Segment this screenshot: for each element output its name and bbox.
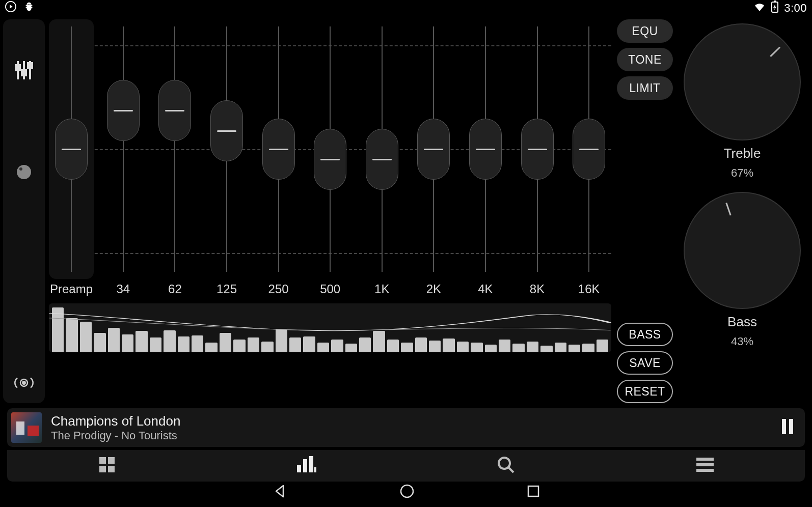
eq-band-16K[interactable]: [566, 19, 611, 279]
eq-band-34[interactable]: [101, 19, 146, 279]
eq-band-label-1K: 1K: [360, 282, 404, 299]
eq-band-62[interactable]: [153, 19, 198, 279]
status-clock: 3:00: [784, 2, 807, 15]
spectrum-bar: [205, 343, 217, 352]
search-icon: [497, 456, 515, 476]
nav-recents-button[interactable]: [527, 485, 540, 500]
album-art: [11, 412, 42, 443]
surround-icon[interactable]: [14, 373, 34, 393]
bass-value: 43%: [731, 335, 753, 348]
svg-rect-6: [22, 70, 26, 75]
bass-label: Bass: [727, 314, 757, 330]
svg-point-10: [19, 167, 22, 171]
android-nav-bar: [0, 477, 812, 507]
eq-band-4K[interactable]: [463, 19, 508, 279]
spectrum-bar: [457, 342, 469, 352]
spectrum-bar: [499, 340, 510, 352]
svg-rect-2: [774, 1, 776, 2]
spectrum-bar: [289, 337, 301, 352]
spectrum-bar: [387, 340, 399, 352]
spectrum-bar: [122, 334, 133, 352]
spectrum-bar: [164, 330, 175, 352]
eq-band-label-125: 125: [204, 282, 249, 299]
spectrum-bar: [178, 336, 190, 352]
nav-home-button[interactable]: [399, 484, 415, 501]
limit-toggle-button[interactable]: LIMIT: [617, 76, 673, 100]
eq-band-62-thumb[interactable]: [158, 80, 191, 141]
eq-band-500-thumb[interactable]: [314, 129, 346, 190]
reset-button[interactable]: RESET: [617, 380, 673, 403]
svg-line-24: [509, 468, 513, 472]
preamp-label: Preamp: [49, 282, 94, 299]
preamp-slider-thumb[interactable]: [55, 119, 88, 180]
spectrum-bar: [233, 340, 245, 352]
svg-rect-14: [789, 419, 793, 434]
eq-band-125[interactable]: [204, 19, 249, 279]
spectrum-bar: [471, 343, 482, 352]
spectrum-bar: [136, 331, 147, 352]
tone-toggle-button[interactable]: TONE: [617, 48, 673, 71]
svg-rect-25: [696, 458, 714, 461]
eq-band-500[interactable]: [308, 19, 353, 279]
save-button[interactable]: SAVE: [617, 351, 673, 375]
svg-point-23: [499, 458, 510, 469]
equalizer-panel: Preamp34621252505001K2K4K8K16K: [49, 19, 611, 403]
spectrum-bar: [485, 345, 497, 352]
volume-knob-icon[interactable]: [14, 162, 34, 182]
eq-band-34-thumb[interactable]: [107, 80, 140, 141]
tone-knob-column: Treble 67% Bass 43%: [679, 19, 806, 403]
track-subtitle: The Prodigy - No Tourists: [51, 429, 180, 442]
eq-sliders-row: [49, 19, 611, 279]
eq-band-250-thumb[interactable]: [262, 119, 295, 180]
menu-tab[interactable]: [606, 450, 805, 482]
spectrum-bar: [108, 328, 120, 352]
svg-rect-27: [696, 469, 714, 472]
spectrum-bar: [540, 346, 552, 352]
eq-band-label-16K: 16K: [566, 282, 611, 299]
preamp-slider[interactable]: [49, 19, 94, 279]
track-title: Champions of London: [51, 413, 180, 429]
eq-band-label-34: 34: [101, 282, 146, 299]
svg-rect-29: [528, 486, 538, 496]
library-tab[interactable]: [7, 450, 207, 482]
spectrum-bar: [150, 337, 161, 352]
equalizer-sliders-icon[interactable]: [14, 60, 34, 80]
battery-charging-icon: [771, 1, 779, 16]
treble-label: Treble: [724, 146, 761, 161]
spectrum-bar: [359, 337, 371, 352]
eq-band-8K[interactable]: [515, 19, 560, 279]
spectrum-bar: [401, 343, 413, 352]
svg-rect-19: [297, 465, 301, 472]
eq-band-250[interactable]: [256, 19, 301, 279]
equ-toggle-button[interactable]: EQU: [617, 19, 673, 43]
spectrum-bar: [597, 340, 608, 352]
svg-rect-20: [303, 459, 307, 472]
visualizer-tab[interactable]: [207, 450, 407, 482]
bass-preset-button[interactable]: BASS: [617, 323, 673, 346]
eq-band-1K[interactable]: [360, 19, 404, 279]
nav-back-button[interactable]: [272, 484, 287, 501]
svg-rect-13: [782, 419, 786, 434]
spectrum-bar: [276, 329, 287, 352]
bottom-tabs: [7, 450, 805, 482]
bass-knob[interactable]: [684, 192, 801, 309]
eq-band-125-thumb[interactable]: [210, 100, 243, 161]
eq-band-2K[interactable]: [412, 19, 456, 279]
spectrum-bar: [569, 345, 580, 352]
pause-button[interactable]: [780, 418, 795, 437]
eq-button-column: EQU TONE LIMIT BASS SAVE RESET: [615, 19, 674, 403]
treble-knob[interactable]: [684, 23, 801, 140]
search-tab[interactable]: [406, 450, 606, 482]
eq-band-2K-thumb[interactable]: [417, 119, 450, 180]
eq-band-16K-thumb[interactable]: [573, 119, 605, 180]
spectrum-visualizer: [49, 303, 611, 352]
eq-band-4K-thumb[interactable]: [469, 119, 502, 180]
eq-band-8K-thumb[interactable]: [521, 119, 554, 180]
eq-band-1K-thumb[interactable]: [366, 129, 398, 190]
grid-icon: [98, 456, 116, 475]
spectrum-bar: [429, 341, 441, 352]
svg-rect-15: [99, 457, 106, 464]
spectrum-bar: [303, 336, 315, 352]
eq-band-label-250: 250: [256, 282, 301, 299]
now-playing-strip[interactable]: Champions of London The Prodigy - No Tou…: [7, 408, 805, 447]
